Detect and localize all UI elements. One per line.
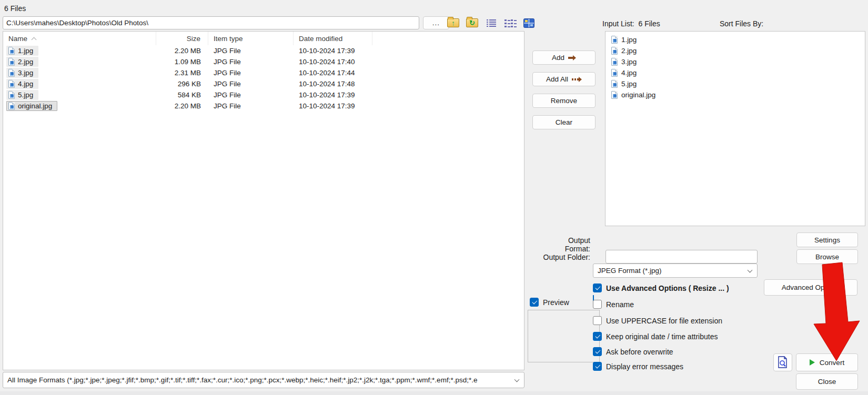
uppercase-extension-row[interactable]: Use UPPERCASE for file extension	[593, 316, 722, 325]
list-item[interactable]: original.jpg	[605, 89, 865, 100]
rename-checkbox[interactable]	[593, 300, 602, 309]
jpg-file-icon	[611, 91, 618, 99]
image-format-filter-dropdown[interactable]: All Image Formats (*.jpg;*.jpe;*.jpeg;*.…	[3, 372, 524, 388]
use-advanced-options-row[interactable]: Use Advanced Options ( Resize ... )	[593, 283, 729, 292]
convert-button[interactable]: Convert	[796, 353, 858, 371]
jpg-file-icon	[611, 47, 618, 55]
output-format-label: Output Format:	[542, 236, 590, 253]
jpg-file-icon	[8, 47, 15, 55]
preview-output-button[interactable]	[773, 353, 792, 371]
document-magnifier-icon	[778, 356, 788, 369]
window-bottom-edge	[0, 391, 868, 395]
remove-button[interactable]: Remove	[532, 94, 596, 108]
folder-toolbar: ↑ ↻	[446, 16, 536, 29]
table-row[interactable]: 5.jpg 584 KB JPG File 10-10-2024 17:39	[3, 89, 524, 100]
solid-arrow-right-icon	[568, 55, 576, 60]
jpg-file-icon	[8, 80, 15, 88]
jpg-file-icon	[8, 91, 15, 99]
output-format-dropdown[interactable]: JPEG Format (*.jpg)	[593, 264, 758, 278]
column-header-modified[interactable]: Date modified	[294, 32, 372, 45]
preview-checkbox[interactable]	[530, 298, 539, 307]
column-header-name[interactable]: Name	[3, 32, 156, 45]
chevron-down-icon	[748, 267, 753, 272]
ask-overwrite-row[interactable]: Ask before overwrite	[593, 347, 673, 356]
list-item[interactable]: 1.jpg	[605, 34, 865, 45]
jpg-file-icon	[611, 80, 618, 88]
input-file-list: 1.jpg 2.jpg 3.jpg 4.jpg 5.jpg original.j…	[605, 31, 865, 226]
jpg-file-icon	[8, 102, 15, 110]
thumbnails-view-icon[interactable]	[522, 17, 536, 29]
display-errors-row[interactable]: Display error messages	[593, 362, 683, 371]
list-item[interactable]: 5.jpg	[605, 78, 865, 89]
green-play-icon	[810, 359, 815, 366]
display-errors-checkbox[interactable]	[593, 362, 602, 371]
close-button[interactable]: Close	[796, 373, 858, 390]
small-icons-view-icon[interactable]	[503, 17, 517, 29]
table-row[interactable]: 2.jpg 1.09 MB JPG File 10-10-2024 17:40	[3, 56, 524, 67]
use-advanced-options-checkbox[interactable]	[593, 283, 602, 292]
ask-overwrite-checkbox[interactable]	[593, 347, 602, 356]
add-button[interactable]: Add	[532, 50, 596, 65]
settings-button[interactable]: Settings	[796, 232, 858, 247]
refresh-folder-icon[interactable]: ↻	[465, 17, 479, 29]
browse-button[interactable]: Browse	[796, 249, 858, 264]
jpg-file-icon	[8, 58, 15, 66]
dashed-arrow-right-icon	[572, 77, 582, 82]
file-table-header: Name Size Item type Date modified	[3, 32, 524, 45]
list-item[interactable]: 2.jpg	[605, 45, 865, 56]
input-list-count: 6 Files	[638, 19, 660, 28]
rename-row[interactable]: Rename	[593, 300, 634, 309]
table-row[interactable]: 1.jpg 2.20 MB JPG File 10-10-2024 17:39	[3, 45, 524, 56]
up-folder-icon[interactable]: ↑	[446, 17, 460, 29]
details-view-icon[interactable]	[484, 17, 498, 29]
red-arrow-annotation	[808, 251, 865, 364]
clear-button[interactable]: Clear	[532, 115, 596, 129]
input-list-label: Input List: 6 Files	[602, 19, 660, 28]
preview-pane	[528, 310, 600, 362]
advanced-options-button[interactable]: Advanced Options	[764, 279, 857, 296]
jpg-file-icon	[8, 69, 15, 77]
column-header-size[interactable]: Size	[156, 32, 208, 45]
photo-resizer-window: { "header": { "file_count_label": "6 Fil…	[0, 0, 868, 395]
file-count-label: 6 Files	[4, 4, 26, 13]
folder-path-input[interactable]	[3, 16, 419, 29]
list-item[interactable]: 3.jpg	[605, 56, 865, 67]
sort-files-by-label: Sort Files By:	[720, 19, 763, 28]
add-all-button[interactable]: Add All	[532, 72, 596, 86]
keep-date-row[interactable]: Keep original date / time attributes	[593, 332, 718, 341]
table-row-selected[interactable]: original.jpg 2.20 MB JPG File 10-10-2024…	[3, 100, 524, 112]
keep-date-checkbox[interactable]	[593, 332, 602, 341]
table-row[interactable]: 4.jpg 296 KB JPG File 10-10-2024 17:48	[3, 78, 524, 89]
preview-checkbox-row[interactable]: Preview	[530, 298, 569, 307]
chevron-down-icon	[514, 377, 520, 382]
table-row[interactable]: 3.jpg 2.31 MB JPG File 10-10-2024 17:44	[3, 67, 524, 78]
uppercase-extension-checkbox[interactable]	[593, 316, 602, 325]
source-file-list: Name Size Item type Date modified 1.jpg …	[3, 31, 524, 370]
column-header-type[interactable]: Item type	[208, 32, 294, 45]
jpg-file-icon	[611, 36, 618, 44]
output-folder-input[interactable]	[605, 250, 758, 264]
jpg-file-icon	[611, 58, 618, 66]
browse-folder-dots-button[interactable]: ...	[423, 16, 449, 29]
list-item[interactable]: 4.jpg	[605, 67, 865, 78]
jpg-file-icon	[611, 69, 618, 77]
sort-ascending-icon	[32, 37, 37, 42]
output-folder-label: Output Folder:	[542, 253, 590, 261]
